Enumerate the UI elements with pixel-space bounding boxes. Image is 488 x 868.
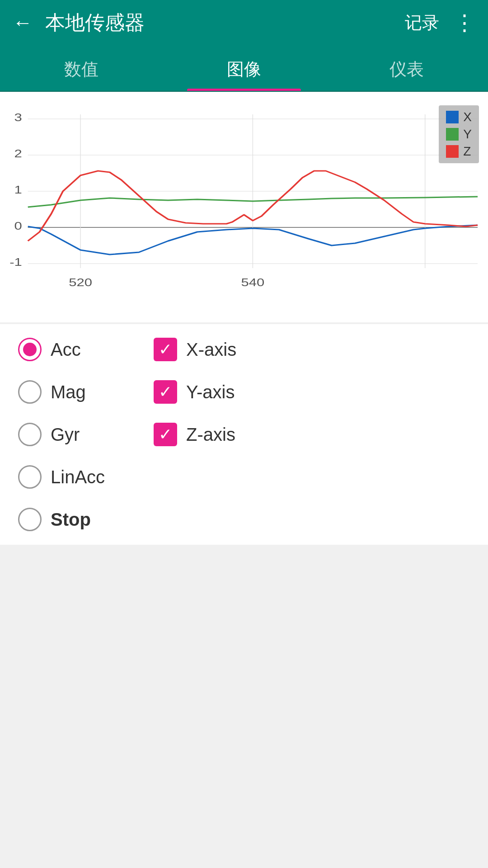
legend-y-label: Y xyxy=(463,127,472,142)
legend-x: X xyxy=(446,110,472,124)
app-header: ← 本地传感器 记录 ⋮ xyxy=(0,0,488,45)
radio-acc-inner xyxy=(23,343,37,356)
legend-z-label: Z xyxy=(463,144,471,159)
chart-area: 3 2 1 0 -1 520 540 X xyxy=(5,101,483,318)
checkbox-yaxis-box: ✓ xyxy=(154,380,177,404)
radio-acc-circle xyxy=(18,338,42,361)
tab-values[interactable]: 数值 xyxy=(0,45,163,91)
checkbox-xaxis-label: X-axis xyxy=(186,340,236,360)
svg-text:2: 2 xyxy=(14,147,22,160)
radio-stop[interactable]: Stop xyxy=(18,508,127,531)
radio-gyr-circle xyxy=(18,423,42,446)
radio-stop-circle xyxy=(18,508,42,531)
checkbox-xaxis-box: ✓ xyxy=(154,338,177,361)
record-button[interactable]: 记录 xyxy=(405,11,439,34)
radio-gyr[interactable]: Gyr xyxy=(18,423,127,446)
legend-x-color xyxy=(446,111,459,123)
legend-z-color xyxy=(446,145,459,158)
legend-y-color xyxy=(446,128,459,141)
tab-bar: 数值 图像 仪表 xyxy=(0,45,488,92)
svg-text:3: 3 xyxy=(14,111,22,123)
radio-linacc-circle xyxy=(18,465,42,489)
radio-mag-label: Mag xyxy=(51,382,86,402)
checkbox-zaxis-box: ✓ xyxy=(154,423,177,446)
svg-text:0: 0 xyxy=(14,220,22,232)
tab-gauge[interactable]: 仪表 xyxy=(325,45,488,91)
checkbox-yaxis-check: ✓ xyxy=(159,384,172,400)
checkbox-zaxis[interactable]: ✓ Z-axis xyxy=(154,423,236,446)
chart-svg: 3 2 1 0 -1 520 540 xyxy=(5,101,483,318)
svg-text:540: 540 xyxy=(241,276,265,288)
checkbox-yaxis[interactable]: ✓ Y-axis xyxy=(154,380,236,404)
chart-container: 3 2 1 0 -1 520 540 X xyxy=(0,92,488,322)
radio-linacc-label: LinAcc xyxy=(51,467,105,487)
radio-mag[interactable]: Mag xyxy=(18,380,127,404)
controls-main: Acc Mag Gyr LinAcc Stop xyxy=(18,338,470,531)
checkbox-zaxis-label: Z-axis xyxy=(186,425,235,445)
checkbox-zaxis-check: ✓ xyxy=(159,426,172,443)
more-menu-button[interactable]: ⋮ xyxy=(454,10,475,35)
checkbox-xaxis-check: ✓ xyxy=(159,341,172,358)
legend-x-label: X xyxy=(463,110,472,124)
chart-legend: X Y Z xyxy=(439,105,479,163)
tab-chart[interactable]: 图像 xyxy=(163,45,325,91)
radio-stop-label: Stop xyxy=(51,509,91,530)
legend-z: Z xyxy=(446,144,472,159)
back-button[interactable]: ← xyxy=(13,11,33,34)
svg-text:-1: -1 xyxy=(9,256,22,268)
checkbox-xaxis[interactable]: ✓ X-axis xyxy=(154,338,236,361)
checkbox-yaxis-label: Y-axis xyxy=(186,382,235,402)
svg-text:520: 520 xyxy=(69,276,92,288)
radio-mag-circle xyxy=(18,380,42,404)
radio-acc[interactable]: Acc xyxy=(18,338,127,361)
controls-panel: Acc Mag Gyr LinAcc Stop xyxy=(0,324,488,545)
legend-y: Y xyxy=(446,127,472,142)
page-title: 本地传感器 xyxy=(45,9,405,36)
axis-checkbox-group: ✓ X-axis ✓ Y-axis ✓ Z-axis xyxy=(154,338,236,446)
radio-linacc[interactable]: LinAcc xyxy=(18,465,127,489)
radio-gyr-label: Gyr xyxy=(51,425,80,445)
svg-text:1: 1 xyxy=(14,184,22,196)
sensor-radio-group: Acc Mag Gyr LinAcc Stop xyxy=(18,338,127,531)
radio-acc-label: Acc xyxy=(51,340,81,360)
